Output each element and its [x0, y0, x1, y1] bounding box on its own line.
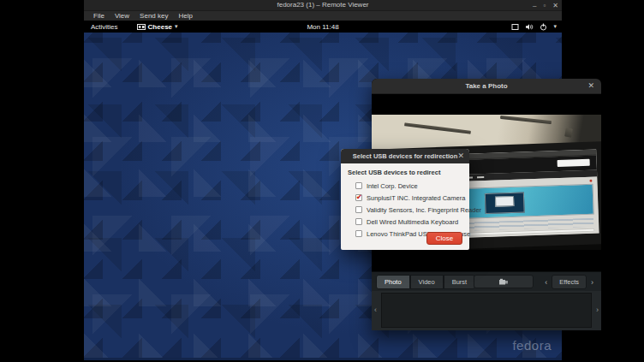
ceiling-light [404, 122, 471, 134]
tab-photo[interactable]: Photo [376, 275, 410, 289]
checkbox-intel[interactable] [355, 182, 362, 189]
remote-viewer-titlebar: fedora23 (1) – Remote Viewer – ▫ ✕ [84, 0, 562, 11]
device-row-keyboard[interactable]: Dell Wired Multimedia Keyboard [355, 216, 462, 228]
ceiling-fixture [564, 128, 573, 137]
device-label: Validity Sensors, Inc. Fingerprint Reade… [367, 206, 481, 214]
checkbox-mouse[interactable] [355, 230, 362, 237]
usb-redirection-dialog: Select USB devices for redirection ✕ Sel… [341, 149, 469, 250]
checkbox-camera[interactable] [355, 194, 362, 201]
status-chevron-icon: ▾ [553, 23, 557, 30]
cheese-close-icon[interactable]: ✕ [587, 81, 594, 90]
power-icon [540, 23, 547, 31]
tab-burst[interactable]: Burst [444, 275, 476, 289]
effects-next-icon[interactable]: › [587, 277, 598, 288]
menu-view[interactable]: View [110, 12, 134, 20]
close-icon[interactable]: ✕ [552, 3, 558, 9]
menu-help[interactable]: Help [174, 12, 196, 20]
take-photo-button[interactable] [474, 275, 534, 288]
window-controls: – ▫ ✕ [533, 0, 558, 11]
gallery-thumbnails [381, 293, 592, 328]
menu-send-key[interactable]: Send key [135, 12, 172, 20]
cheese-toolbar: Photo Video Burst [372, 271, 601, 291]
system-status-area[interactable]: ▾ [511, 21, 557, 33]
ceiling-light [500, 116, 552, 124]
gallery-prev-icon[interactable]: ‹ [374, 306, 377, 314]
device-row-camera[interactable]: SunplusIT INC. Integrated Camera [355, 192, 462, 204]
usb-dialog-heading: Select USB devices to redirect [348, 169, 462, 176]
device-label: Dell Wired Multimedia Keyboard [367, 218, 458, 226]
gallery-next-icon[interactable]: › [596, 306, 599, 314]
effects-prev-icon[interactable]: ‹ [540, 277, 552, 288]
checkbox-keyboard[interactable] [355, 218, 362, 225]
volume-icon [525, 23, 534, 31]
device-row-intel[interactable]: Intel Corp. Device [355, 180, 462, 192]
cheese-title: Take a Photo [372, 82, 601, 90]
device-row-fingerprint[interactable]: Validity Sensors, Inc. Fingerprint Reade… [355, 204, 462, 216]
usb-dialog-titlebar: Select USB devices for redirection ✕ [341, 149, 469, 163]
site-search-box [558, 159, 590, 167]
minimize-icon[interactable]: – [533, 3, 536, 9]
guest-display: Activities Cheese ▾ Mon 11:48 [84, 21, 562, 360]
close-button[interactable]: Close [426, 232, 462, 245]
gnome-top-bar: Activities Cheese ▾ Mon 11:48 [84, 21, 562, 33]
cheese-titlebar: Take a Photo ✕ [372, 79, 601, 94]
fedora-watermark: fedora [512, 338, 552, 353]
remote-viewer-window: fedora23 (1) – Remote Viewer – ▫ ✕ File … [84, 0, 562, 360]
mode-tabs: Photo Video Burst [376, 275, 475, 289]
maximize-icon[interactable]: ▫ [543, 3, 546, 9]
device-label: Intel Corp. Device [367, 182, 418, 190]
usb-dialog-body: Select USB devices to redirect Intel Cor… [341, 163, 469, 250]
effects-button[interactable]: Effects [552, 275, 587, 289]
screenshot-window [495, 196, 514, 207]
clock[interactable]: Mon 11:48 [84, 23, 562, 31]
red-dot [589, 180, 592, 182]
tab-video[interactable]: Video [410, 275, 444, 289]
usb-dialog-title: Select USB devices for redirection [341, 152, 469, 160]
menu-bar: File View Send key Help [84, 11, 562, 21]
window-title: fedora23 (1) – Remote Viewer [84, 1, 562, 9]
camera-shutter-icon [498, 278, 509, 286]
effects-controls: ‹ Effects › [540, 275, 598, 289]
usb-dialog-close-icon[interactable]: ✕ [457, 151, 464, 160]
device-label: SunplusIT INC. Integrated Camera [367, 194, 465, 202]
photo-gallery-strip: ‹ › [372, 291, 601, 330]
menu-file[interactable]: File [89, 12, 109, 20]
display-icon [511, 23, 519, 31]
checkbox-fingerprint[interactable] [355, 206, 362, 213]
screen-background: fedora23 (1) – Remote Viewer – ▫ ✕ File … [0, 0, 644, 362]
